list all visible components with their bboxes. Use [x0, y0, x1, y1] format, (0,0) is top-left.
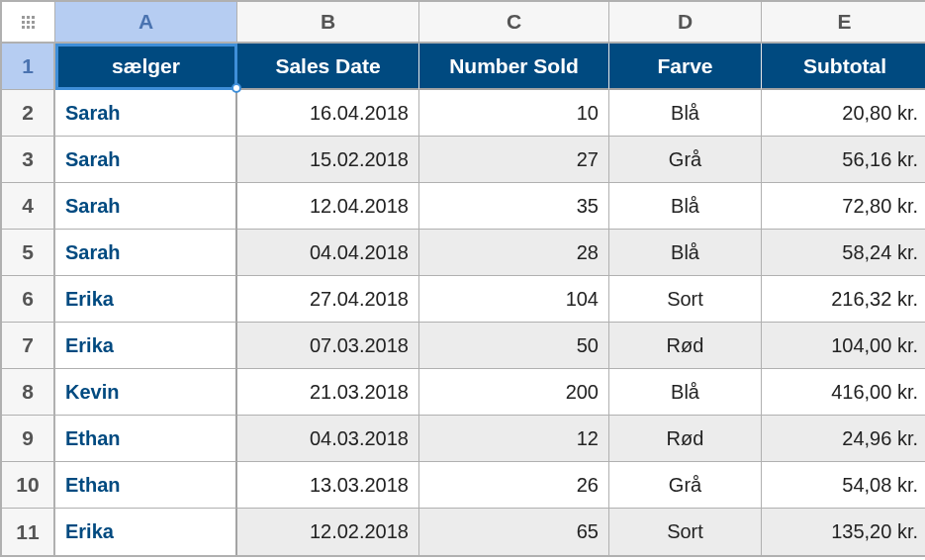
- column-header-B[interactable]: B: [237, 2, 419, 44]
- cell-B4[interactable]: 12.04.2018: [237, 183, 419, 230]
- select-all-corner[interactable]: [2, 2, 55, 44]
- cell-B8[interactable]: 21.03.2018: [237, 369, 419, 416]
- cell-D5[interactable]: Blå: [609, 230, 762, 276]
- cell-B6[interactable]: 27.04.2018: [237, 276, 419, 323]
- selection-handle[interactable]: [231, 83, 241, 93]
- cell-D2[interactable]: Blå: [609, 90, 762, 137]
- cell-A10[interactable]: Ethan: [55, 462, 237, 509]
- cell-D8[interactable]: Blå: [609, 369, 762, 416]
- spreadsheet-grid: A B C D E 1 sælger Sales Date Number Sol…: [0, 0, 925, 557]
- cell-A5[interactable]: Sarah: [55, 230, 237, 276]
- cell-E10[interactable]: 54,08 kr.: [762, 462, 925, 509]
- row-header-6[interactable]: 6: [2, 276, 55, 323]
- cell-E4[interactable]: 72,80 kr.: [762, 183, 925, 230]
- header-label: sælger: [112, 54, 180, 78]
- header-cell-number[interactable]: Number Sold: [419, 44, 609, 90]
- cell-A2[interactable]: Sarah: [55, 90, 237, 137]
- row-header-3[interactable]: 3: [2, 137, 55, 183]
- column-header-C[interactable]: C: [419, 2, 609, 44]
- header-cell-seller[interactable]: sælger: [55, 44, 237, 90]
- cell-C10[interactable]: 26: [419, 462, 609, 509]
- cell-E8[interactable]: 416,00 kr.: [762, 369, 925, 416]
- cell-A3[interactable]: Sarah: [55, 137, 237, 183]
- column-header-A[interactable]: A: [55, 2, 237, 44]
- cell-E3[interactable]: 56,16 kr.: [762, 137, 925, 183]
- cell-B10[interactable]: 13.03.2018: [237, 462, 419, 509]
- row-header-7[interactable]: 7: [2, 323, 55, 369]
- cell-D11[interactable]: Sort: [609, 509, 762, 555]
- header-cell-color[interactable]: Farve: [609, 44, 762, 90]
- cell-D7[interactable]: Rød: [609, 323, 762, 369]
- cell-C7[interactable]: 50: [419, 323, 609, 369]
- cell-D10[interactable]: Grå: [609, 462, 762, 509]
- cell-C5[interactable]: 28: [419, 230, 609, 276]
- cell-A11[interactable]: Erika: [55, 509, 237, 555]
- cell-A4[interactable]: Sarah: [55, 183, 237, 230]
- row-header-1[interactable]: 1: [2, 44, 55, 90]
- cell-B2[interactable]: 16.04.2018: [237, 90, 419, 137]
- cell-C11[interactable]: 65: [419, 509, 609, 555]
- row-header-11[interactable]: 11: [2, 509, 55, 555]
- cell-C4[interactable]: 35: [419, 183, 609, 230]
- cell-E7[interactable]: 104,00 kr.: [762, 323, 925, 369]
- cell-C3[interactable]: 27: [419, 137, 609, 183]
- cell-A7[interactable]: Erika: [55, 323, 237, 369]
- row-header-8[interactable]: 8: [2, 369, 55, 416]
- cell-E5[interactable]: 58,24 kr.: [762, 230, 925, 276]
- cell-A8[interactable]: Kevin: [55, 369, 237, 416]
- row-header-9[interactable]: 9: [2, 416, 55, 462]
- row-header-10[interactable]: 10: [2, 462, 55, 509]
- cell-D6[interactable]: Sort: [609, 276, 762, 323]
- column-header-E[interactable]: E: [762, 2, 925, 44]
- cell-E9[interactable]: 24,96 kr.: [762, 416, 925, 462]
- grid-handle-icon: [22, 16, 35, 29]
- cell-C9[interactable]: 12: [419, 416, 609, 462]
- cell-E2[interactable]: 20,80 kr.: [762, 90, 925, 137]
- cell-C6[interactable]: 104: [419, 276, 609, 323]
- cell-B9[interactable]: 04.03.2018: [237, 416, 419, 462]
- cell-E11[interactable]: 135,20 kr.: [762, 509, 925, 555]
- cell-C8[interactable]: 200: [419, 369, 609, 416]
- cell-B11[interactable]: 12.02.2018: [237, 509, 419, 555]
- column-header-D[interactable]: D: [609, 2, 762, 44]
- cell-D4[interactable]: Blå: [609, 183, 762, 230]
- row-header-5[interactable]: 5: [2, 230, 55, 276]
- cell-B5[interactable]: 04.04.2018: [237, 230, 419, 276]
- cell-E6[interactable]: 216,32 kr.: [762, 276, 925, 323]
- cell-D9[interactable]: Rød: [609, 416, 762, 462]
- header-cell-date[interactable]: Sales Date: [237, 44, 419, 90]
- cell-C2[interactable]: 10: [419, 90, 609, 137]
- row-header-4[interactable]: 4: [2, 183, 55, 230]
- cell-A6[interactable]: Erika: [55, 276, 237, 323]
- header-cell-subtotal[interactable]: Subtotal: [762, 44, 925, 90]
- cell-A9[interactable]: Ethan: [55, 416, 237, 462]
- row-header-2[interactable]: 2: [2, 90, 55, 137]
- cell-B3[interactable]: 15.02.2018: [237, 137, 419, 183]
- cell-D3[interactable]: Grå: [609, 137, 762, 183]
- cell-B7[interactable]: 07.03.2018: [237, 323, 419, 369]
